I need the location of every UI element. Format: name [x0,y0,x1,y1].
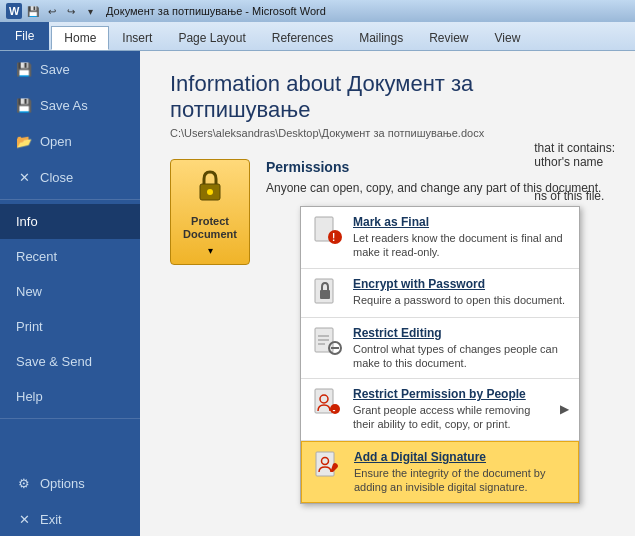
restrict-permission-title: Restrict Permission by People [353,387,550,401]
sidebar-item-open[interactable]: 📂 Open [0,123,140,159]
menu-item-digital-signature[interactable]: Add a Digital Signature Ensure the integ… [301,441,579,504]
mark-final-icon: ! [311,215,343,247]
ribbon-tabs: File Home Insert Page Layout References … [0,22,635,50]
quick-save-icon[interactable]: 💾 [25,3,41,19]
sidebar-item-save-send[interactable]: Save & Send [0,344,140,379]
restrict-permission-icon: - [311,387,343,419]
word-app-icon: W [6,3,22,19]
protect-document-dropdown: ! Mark as Final Let readers know the doc… [300,206,580,504]
sidebar-item-close[interactable]: ✕ Close [0,159,140,195]
digital-signature-title: Add a Digital Signature [354,450,568,464]
encrypt-text: Encrypt with Password Require a password… [353,277,569,307]
title-bar-icons: W 💾 ↩ ↪ ▾ [6,3,98,19]
tab-view[interactable]: View [482,26,534,50]
restrict-permission-desc: Grant people access while removing their… [353,403,550,432]
svg-text:W: W [9,5,20,17]
digital-signature-desc: Ensure the integrity of the document by … [354,466,568,495]
sidebar-divider-1 [0,199,140,200]
sidebar-item-save-as[interactable]: 💾 Save As [0,87,140,123]
close-icon: ✕ [16,169,32,185]
restrict-editing-icon [311,326,343,358]
restrict-editing-desc: Control what types of changes people can… [353,342,569,371]
submenu-arrow-icon: ▶ [560,402,569,416]
save-icon: 💾 [16,61,32,77]
sidebar-bottom: ⚙ Options ✕ Exit [0,465,140,536]
encrypt-title: Encrypt with Password [353,277,569,291]
open-icon: 📂 [16,133,32,149]
encrypt-icon [311,277,343,309]
sidebar-item-save[interactable]: 💾 Save [0,51,140,87]
title-bar: W 💾 ↩ ↪ ▾ Документ за потпишување - Micr… [0,0,635,22]
properties-line1: that it contains: [534,141,615,155]
lock-icon [192,168,228,211]
sidebar: 💾 Save 💾 Save As 📂 Open ✕ Close Info Rec… [0,51,140,536]
exit-icon: ✕ [16,511,32,527]
content-area: Information about Документ за потпишувањ… [140,51,635,536]
window-title: Документ за потпишување - Microsoft Word [106,5,326,17]
tab-review[interactable]: Review [416,26,481,50]
properties-line3: ns of this file. [534,189,615,203]
restrict-editing-text: Restrict Editing Control what types of c… [353,326,569,371]
sidebar-item-help[interactable]: Help [0,379,140,414]
properties-partial: that it contains: uthor's name ns of thi… [534,141,615,203]
sidebar-item-new[interactable]: New [0,274,140,309]
main-layout: 💾 Save 💾 Save As 📂 Open ✕ Close Info Rec… [0,51,635,536]
sidebar-item-options[interactable]: ⚙ Options [0,465,140,501]
save-as-icon: 💾 [16,97,32,113]
svg-text:!: ! [332,232,335,243]
protect-document-button[interactable]: ProtectDocument ▾ [170,159,250,265]
sidebar-item-info[interactable]: Info [0,204,140,239]
protect-btn-arrow: ▾ [208,245,213,256]
page-title: Information about Документ за потпишувањ… [170,71,605,123]
ribbon: File Home Insert Page Layout References … [0,22,635,51]
menu-item-encrypt[interactable]: Encrypt with Password Require a password… [301,269,579,317]
properties-line2: uthor's name [534,155,615,169]
restrict-editing-title: Restrict Editing [353,326,569,340]
svg-rect-8 [320,290,330,299]
sidebar-item-recent[interactable]: Recent [0,239,140,274]
customize-icon[interactable]: ▾ [82,3,98,19]
tab-page-layout[interactable]: Page Layout [165,26,258,50]
tab-references[interactable]: References [259,26,346,50]
menu-item-restrict-permission[interactable]: - Restrict Permission by People Grant pe… [301,379,579,440]
page-path: C:\Users\aleksandras\Desktop\Документ за… [170,127,605,139]
tab-insert[interactable]: Insert [109,26,165,50]
protect-btn-label: ProtectDocument [183,215,237,241]
digital-signature-text: Add a Digital Signature Ensure the integ… [354,450,568,495]
tab-home[interactable]: Home [51,26,109,50]
menu-item-mark-final[interactable]: ! Mark as Final Let readers know the doc… [301,207,579,268]
sidebar-item-print[interactable]: Print [0,309,140,344]
mark-final-text: Mark as Final Let readers know the docum… [353,215,569,260]
restrict-permission-text: Restrict Permission by People Grant peop… [353,387,550,432]
mark-final-title: Mark as Final [353,215,569,229]
undo-icon[interactable]: ↩ [44,3,60,19]
menu-item-restrict-editing[interactable]: Restrict Editing Control what types of c… [301,318,579,379]
digital-signature-icon [312,450,344,482]
redo-icon[interactable]: ↪ [63,3,79,19]
options-icon: ⚙ [16,475,32,491]
svg-point-3 [207,189,213,195]
mark-final-desc: Let readers know the document is final a… [353,231,569,260]
tab-mailings[interactable]: Mailings [346,26,416,50]
sidebar-divider-2 [0,418,140,419]
tab-file[interactable]: File [0,22,49,50]
encrypt-desc: Require a password to open this document… [353,293,569,307]
svg-text:-: - [333,405,336,415]
sidebar-item-exit[interactable]: ✕ Exit [0,501,140,536]
